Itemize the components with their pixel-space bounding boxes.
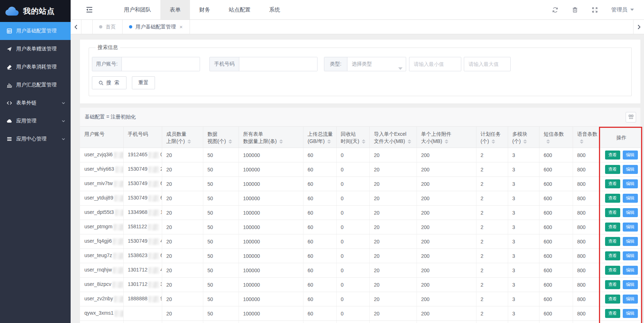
- topnav-item-forms[interactable]: 表单: [160, 0, 190, 19]
- chevron-down-icon: [398, 67, 403, 70]
- tab-home[interactable]: 首页: [92, 20, 123, 34]
- view-button[interactable]: 查看: [605, 251, 620, 260]
- sidebar-item-form-consume[interactable]: 用户表单消耗管理: [0, 58, 71, 76]
- sidebar-item-user-basic-config[interactable]: 用户基础配置管理: [0, 22, 71, 40]
- cell-value: 60: [303, 321, 336, 323]
- view-button[interactable]: 查看: [605, 223, 620, 232]
- edit-button[interactable]: 编辑: [623, 194, 638, 203]
- column-title: 短信条数: [544, 130, 570, 138]
- topnav-item-system[interactable]: 系统: [260, 0, 289, 19]
- edit-button[interactable]: 编辑: [623, 237, 638, 246]
- user-menu[interactable]: 管理员: [611, 6, 634, 13]
- sidebar-item-form-gift[interactable]: 用户表单赠送管理: [0, 40, 71, 58]
- sort-caret-icon[interactable]: [580, 139, 583, 144]
- type-select[interactable]: 选择类型: [347, 57, 406, 71]
- column-title: 所有表单: [243, 130, 301, 138]
- topnav-item-site-config[interactable]: 站点配置: [219, 0, 260, 19]
- cell-value: 600: [539, 191, 573, 206]
- cell-value: 60: [303, 234, 336, 249]
- view-button[interactable]: 查看: [605, 237, 620, 246]
- tabs-scroll-left[interactable]: [71, 20, 81, 34]
- view-button[interactable]: 查看: [605, 179, 620, 188]
- cell-value: 20: [369, 263, 417, 278]
- account-input[interactable]: [122, 57, 200, 71]
- sort-caret-icon[interactable]: [279, 139, 283, 144]
- edit-button[interactable]: 编辑: [623, 280, 638, 289]
- redacted-text: [113, 253, 123, 259]
- column-header-voice_count[interactable]: 语音条数: [573, 127, 600, 148]
- edit-button[interactable]: 编辑: [623, 223, 638, 232]
- column-header-excel_size[interactable]: 导入单个Excel文件大小(MB): [369, 127, 417, 148]
- column-header-recycle_days[interactable]: 回收站时间(天): [336, 127, 369, 148]
- sort-caret-icon[interactable]: [445, 139, 448, 144]
- table-row: user_fq4gji61530749420501000006002020023…: [80, 234, 640, 249]
- edit-button[interactable]: 编辑: [623, 208, 638, 217]
- min-value-input[interactable]: [409, 57, 461, 71]
- column-header-data_views[interactable]: 数据视图(个): [203, 127, 239, 148]
- column-settings-button[interactable]: [626, 112, 636, 122]
- column-header-member_limit[interactable]: 成员数量上限(个): [162, 127, 203, 148]
- sort-caret-icon[interactable]: [362, 139, 365, 144]
- view-button[interactable]: 查看: [605, 151, 620, 160]
- edit-button[interactable]: 编辑: [623, 151, 638, 160]
- cell-value: 50: [203, 162, 239, 177]
- column-header-scheduled_tasks[interactable]: 计划任务(个): [476, 127, 508, 148]
- topnav-label: 财务: [199, 6, 210, 13]
- sidebar-item-summary-config[interactable]: 用户汇总配置管理: [0, 76, 71, 94]
- refresh-icon[interactable]: [552, 6, 559, 13]
- sidebar-item-app-center[interactable]: 应用中心管理: [0, 130, 71, 148]
- view-button[interactable]: 查看: [605, 309, 620, 318]
- topnav-item-finance[interactable]: 财务: [190, 0, 219, 19]
- redacted-text: [113, 238, 123, 245]
- sort-caret-icon[interactable]: [408, 139, 411, 144]
- cell-value: 600: [539, 234, 573, 249]
- column-header-upload_traffic[interactable]: 上传总流量(GB/年): [303, 127, 336, 148]
- max-value-input[interactable]: [464, 57, 511, 71]
- edit-button[interactable]: 编辑: [623, 179, 638, 188]
- sort-caret-icon[interactable]: [327, 139, 331, 144]
- column-header-multi_module[interactable]: 多模块(个): [508, 127, 539, 148]
- view-button[interactable]: 查看: [605, 194, 620, 203]
- cell-value: 0: [336, 292, 369, 306]
- sort-caret-icon[interactable]: [492, 139, 495, 144]
- phone-input[interactable]: [239, 57, 317, 71]
- tabs-scroll-right[interactable]: [633, 20, 644, 34]
- tab-label: 首页: [106, 24, 116, 30]
- redacted-text: [148, 296, 159, 302]
- topnav-item-users-teams[interactable]: 用户和团队: [115, 0, 160, 19]
- view-button[interactable]: 查看: [605, 266, 620, 275]
- sort-caret-icon[interactable]: [228, 139, 232, 144]
- view-button[interactable]: 查看: [605, 295, 620, 304]
- close-icon[interactable]: ×: [179, 24, 183, 30]
- redacted-text: [148, 224, 159, 230]
- sort-caret-icon[interactable]: [546, 139, 550, 144]
- cell-value: 0: [336, 220, 369, 234]
- edit-button[interactable]: 编辑: [623, 251, 638, 260]
- cell-actions: 查看编辑: [600, 162, 640, 177]
- edit-button[interactable]: 编辑: [623, 266, 638, 275]
- trash-icon[interactable]: [572, 6, 578, 13]
- column-header-form_data_limit[interactable]: 所有表单数据量上限(条): [239, 127, 303, 148]
- cell-value: 50: [203, 306, 239, 321]
- sidebar-item-form-external-link[interactable]: 表单外链: [0, 94, 71, 112]
- tab-user-basic-config[interactable]: 用户基础配置管理 ×: [123, 20, 190, 34]
- top-header: 用户和团队 表单 财务 站点配置 系统 管理员: [71, 0, 644, 19]
- view-button[interactable]: 查看: [605, 165, 620, 174]
- redacted-text: [148, 282, 159, 288]
- fullscreen-icon[interactable]: [591, 6, 598, 13]
- sort-caret-icon[interactable]: [187, 139, 191, 144]
- view-button[interactable]: 查看: [605, 208, 620, 217]
- sidebar-item-app-management[interactable]: 应用管理: [0, 112, 71, 130]
- menu-fold-icon[interactable]: [85, 5, 94, 14]
- reset-button[interactable]: 重置: [132, 76, 155, 89]
- edit-button[interactable]: 编辑: [623, 295, 638, 304]
- column-header-sms_count[interactable]: 短信条数: [539, 127, 573, 148]
- edit-button[interactable]: 编辑: [623, 165, 638, 174]
- cell-account: user_teug7z5: [80, 249, 123, 263]
- cell-actions: 查看编辑: [600, 191, 640, 206]
- view-button[interactable]: 查看: [605, 280, 620, 289]
- sort-caret-icon[interactable]: [523, 139, 527, 144]
- search-button[interactable]: 搜 索: [92, 76, 126, 89]
- column-header-attachment_size[interactable]: 单个上传附件大小(MB): [417, 127, 476, 148]
- edit-button[interactable]: 编辑: [623, 309, 638, 318]
